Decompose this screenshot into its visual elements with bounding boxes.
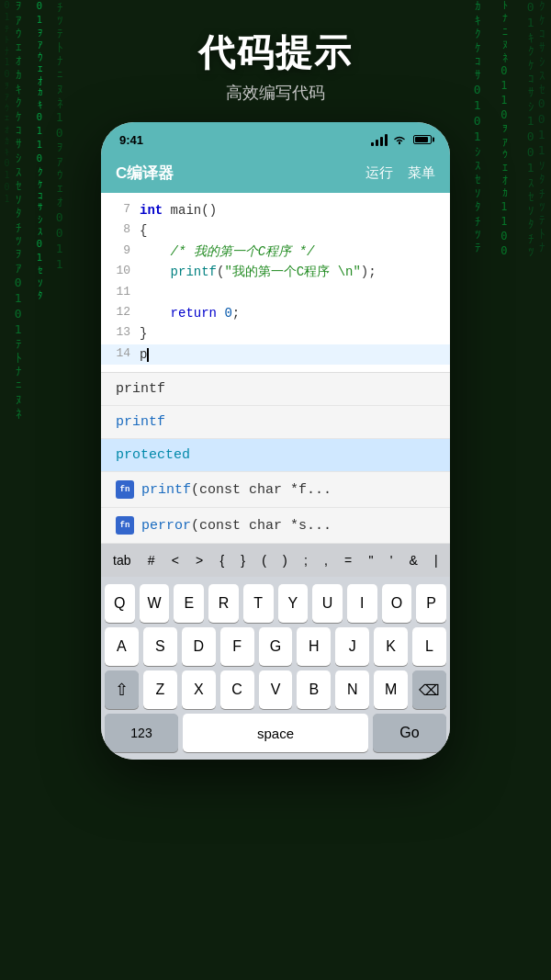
key-x[interactable]: X	[182, 670, 216, 709]
key-g[interactable]: G	[259, 627, 293, 666]
keyboard: Q W E R T Y U I O P A S D F G H J K	[101, 577, 450, 760]
shortcut-squote[interactable]: '	[386, 551, 398, 569]
page-content: 代码提示 高效编写代码 9:41	[0, 0, 551, 980]
key-u[interactable]: U	[312, 584, 343, 623]
code-line-14: 14 p	[101, 344, 450, 365]
key-l[interactable]: L	[412, 627, 446, 666]
autocomplete-item-3[interactable]: protected	[101, 439, 450, 472]
keyboard-row-3: ⇧ Z X C V B N M ⌫	[105, 670, 446, 709]
key-j[interactable]: J	[335, 627, 369, 666]
keyboard-row-2: A S D F G H J K L	[105, 627, 446, 666]
autocomplete-item-4[interactable]: fn printf(const char *f...	[101, 472, 450, 508]
keyboard-row-1: Q W E R T Y U I O P	[105, 584, 446, 623]
code-line-8: 8 {	[101, 220, 450, 241]
numbers-key[interactable]: 123	[105, 714, 178, 752]
shortcut-rparen[interactable]: )	[278, 551, 292, 569]
space-key[interactable]: space	[183, 714, 368, 752]
shortcut-lcurly[interactable]: {	[215, 551, 229, 569]
key-f[interactable]: F	[220, 627, 254, 666]
shortcut-comma[interactable]: ,	[320, 551, 332, 569]
header-section: 代码提示 高效编写代码	[198, 28, 353, 104]
battery-icon	[413, 135, 432, 144]
wifi-icon	[392, 134, 407, 145]
code-line-9: 9 /* 我的第一个C程序 */	[101, 242, 450, 262]
autocomplete-dropdown[interactable]: printf printf protected fn printf(const …	[101, 372, 450, 544]
keyboard-row-bottom: 123 space Go	[105, 714, 446, 752]
shortcut-semi[interactable]: ;	[299, 551, 312, 569]
code-line-13: 13 }	[101, 323, 450, 344]
key-z[interactable]: Z	[143, 670, 177, 709]
key-n[interactable]: N	[335, 670, 369, 709]
shortcut-equals[interactable]: =	[340, 551, 356, 569]
code-line-7: 7 int main()	[101, 200, 450, 220]
run-button[interactable]: 运行	[365, 164, 393, 182]
status-time: 9:41	[119, 133, 143, 147]
sub-title: 高效编写代码	[198, 82, 353, 104]
autocomplete-item-5[interactable]: fn perror(const char *s...	[101, 508, 450, 544]
key-a[interactable]: A	[105, 627, 139, 666]
function-icon-2: fn	[116, 516, 134, 535]
toolbar-actions: 运行 菜单	[365, 164, 435, 182]
go-key[interactable]: Go	[373, 714, 446, 752]
phone-mockup: 9:41 C编译器	[101, 122, 450, 760]
key-b[interactable]: B	[297, 670, 331, 709]
signal-icon	[371, 134, 388, 146]
shortcut-lt[interactable]: <	[167, 551, 184, 569]
key-v[interactable]: V	[259, 670, 293, 709]
shortcut-bar: tab # < > { } ( ) ; , = " ' & |	[101, 544, 450, 577]
key-y[interactable]: Y	[278, 584, 309, 623]
main-title: 代码提示	[198, 28, 353, 78]
function-icon-1: fn	[116, 480, 134, 499]
shift-key[interactable]: ⇧	[105, 670, 139, 709]
svg-point-0	[399, 142, 400, 144]
key-k[interactable]: K	[374, 627, 408, 666]
key-s[interactable]: S	[143, 627, 177, 666]
key-p[interactable]: P	[416, 584, 446, 623]
key-h[interactable]: H	[297, 627, 331, 666]
key-m[interactable]: M	[374, 670, 408, 709]
key-w[interactable]: W	[140, 584, 170, 623]
key-i[interactable]: I	[347, 584, 377, 623]
shortcut-hash[interactable]: #	[143, 551, 160, 569]
code-line-10: 10 printf("我的第一个C程序 \n");	[101, 262, 450, 282]
key-q[interactable]: Q	[105, 584, 135, 623]
code-line-11: 11	[101, 283, 450, 303]
code-editor[interactable]: 7 int main() 8 { 9 /* 我的第一个C程序 */ 10 pri…	[101, 193, 450, 372]
shortcut-rcurly[interactable]: }	[236, 551, 250, 569]
shortcut-dquote[interactable]: "	[364, 551, 377, 569]
shortcut-amp[interactable]: &	[405, 551, 422, 569]
key-e[interactable]: E	[174, 584, 204, 623]
delete-key[interactable]: ⌫	[412, 670, 446, 709]
shortcut-tab[interactable]: tab	[108, 551, 135, 569]
shortcut-gt[interactable]: >	[191, 551, 208, 569]
key-d[interactable]: D	[182, 627, 216, 666]
code-line-12: 12 return 0;	[101, 303, 450, 323]
key-t[interactable]: T	[243, 584, 274, 623]
key-c[interactable]: C	[220, 670, 254, 709]
shortcut-lparen[interactable]: (	[257, 551, 271, 569]
key-r[interactable]: R	[208, 584, 239, 623]
key-o[interactable]: O	[382, 584, 412, 623]
autocomplete-item-1[interactable]: printf	[101, 373, 450, 406]
status-icons	[371, 134, 432, 146]
menu-button[interactable]: 菜单	[408, 164, 435, 182]
shortcut-pipe[interactable]: |	[430, 551, 443, 569]
status-bar: 9:41	[101, 122, 450, 155]
autocomplete-item-2[interactable]: printf	[101, 406, 450, 439]
app-title: C编译器	[116, 163, 174, 184]
app-toolbar: C编译器 运行 菜单	[101, 155, 450, 193]
